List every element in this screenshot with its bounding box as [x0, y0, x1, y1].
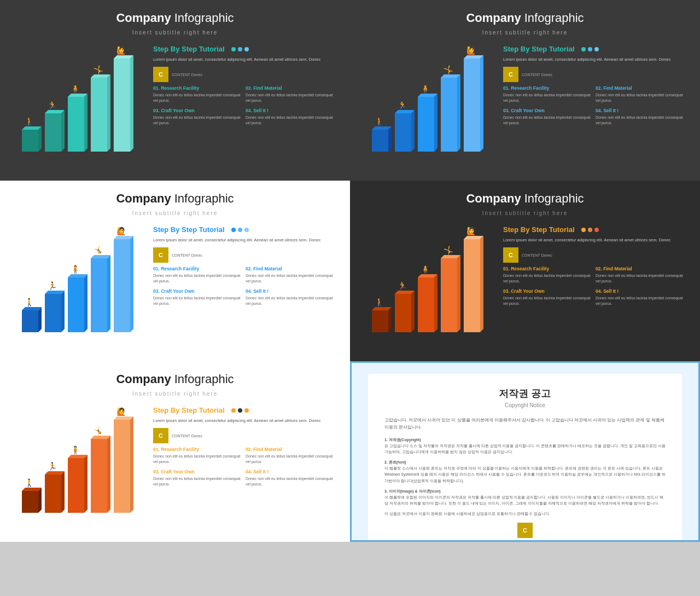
svg-text:🤸: 🤸	[444, 65, 453, 74]
copyright-section-3: 2. 폰트(font) 이 템플릿 소스에서 사용된 폰트는 저작권 규정에 따…	[384, 459, 666, 484]
slide-5: Company Infographic Insert subtitle righ…	[0, 361, 350, 542]
slide-3-title-light: Infographic	[171, 192, 234, 205]
slide-2-bars-svg: 🚶 🏃 🧍 🤸 🙋	[366, 42, 492, 152]
slide-5-item-2: 02. Find Material Donec non elit eu tell…	[246, 447, 334, 465]
svg-text:🙋: 🙋	[116, 407, 126, 416]
slide-5-item-3: 03. Craft Your Own Donec non elit eu tel…	[153, 469, 241, 487]
svg-text:🤸: 🤸	[444, 246, 453, 255]
slide-3-item-1-title: 01. Research Facility	[153, 266, 241, 271]
slide-2-title-light: Infographic	[521, 11, 584, 25]
slide-1-logo-row: C CONTENT Donec	[153, 67, 334, 82]
copyright-section-2-body: 은 고맙습니다 소스 및 저작물의 저작권은 저작물 출시에 따른 상업적 이용…	[384, 444, 666, 454]
slide-5-body: Lorem ipsum dolor sit amet, consectetur …	[153, 418, 334, 424]
slide-5-info: Step By Step Tutorial Lorem ipsum dolor …	[153, 403, 334, 524]
slide-1-item-3-body: Donec non elit eu tellus lacinia imperdi…	[153, 115, 241, 126]
slide-1-subtitle: Insert subtitle right here	[16, 30, 334, 36]
slide-3-dots	[231, 228, 249, 232]
slide-5-title-bold: Company	[116, 372, 171, 386]
slide-4-body: Lorem ipsum dolor sit amet, consectetur …	[503, 237, 684, 243]
slide-3-title-bold: Company	[116, 192, 171, 205]
svg-text:🙋: 🙋	[116, 227, 126, 236]
svg-marker-5	[45, 110, 65, 113]
slide-2-item-4-body: Donec non elit eu tellus lacinia imperdi…	[596, 115, 684, 126]
svg-marker-30	[434, 94, 438, 152]
slide-1-item-2-body: Donec non elit eu tellus lacinia imperdi…	[246, 92, 334, 103]
copyright-section-2: 1. 저작권(Copyright) 은 고맙습니다 소스 및 저작물의 저작권은…	[384, 437, 666, 455]
slide-4-item-1: 01. Research Facility Donec non elit eu …	[503, 266, 591, 284]
slide-3-tutorial-header: Step By Step Tutorial	[153, 225, 334, 234]
main-grid: Company Infographic Insert subtitle righ…	[0, 0, 700, 596]
dot-1	[231, 47, 236, 51]
dot-2	[238, 408, 242, 413]
svg-marker-42	[38, 307, 42, 332]
slide-3-body: Lorem ipsum dolor sit amet, consectetur …	[153, 237, 334, 243]
slide-3-item-4-title: 04. Sell It !	[246, 288, 334, 294]
svg-marker-65	[395, 291, 415, 294]
svg-text:🧍: 🧍	[71, 265, 80, 274]
slide-5-logo-text: CONTENT Donec	[172, 433, 202, 438]
slide-1-item-3-title: 03. Craft Your Own	[153, 108, 241, 113]
svg-marker-45	[45, 291, 65, 294]
svg-text:🧍: 🧍	[421, 265, 430, 274]
slide-4-title: Company Infographic	[366, 192, 684, 206]
slide-2-item-1-title: 01. Research Facility	[503, 85, 591, 91]
svg-rect-24	[395, 113, 411, 152]
slide-5-item-1-title: 01. Research Facility	[153, 447, 241, 452]
slide-2-item-3-body: Donec non elit eu tellus lacinia imperdi…	[503, 115, 591, 126]
slide-2-item-1: 01. Research Facility Donec non elit eu …	[503, 85, 591, 103]
svg-marker-25	[395, 110, 415, 113]
slide-2-item-2-body: Donec non elit eu tellus lacinia imperdi…	[596, 92, 684, 103]
svg-marker-29	[418, 94, 438, 97]
slide-5-item-4-body: Donec non elit eu tellus lacinia imperdi…	[246, 476, 334, 487]
copyright-subtitle: Copyright Notice	[384, 402, 666, 408]
slide-1-item-2-title: 02. Find Material	[246, 85, 334, 91]
svg-rect-4	[45, 113, 61, 152]
svg-rect-44	[45, 294, 61, 332]
slide-6-copyright: 저작권 공고 Copyright Notice 고맙습니다. 저곳에서 사귀어 …	[350, 361, 700, 542]
slide-4-item-3: 03. Craft Your Own Donec non elit eu tel…	[503, 288, 591, 306]
slide-2-item-3: 03. Craft Your Own Donec non elit eu tel…	[503, 108, 591, 126]
slide-2-content: 🚶 🏃 🧍 🤸 🙋	[366, 42, 684, 163]
svg-rect-12	[91, 78, 107, 152]
dot-1	[231, 408, 236, 413]
slide-4-item-2-title: 02. Find Material	[596, 266, 684, 271]
svg-marker-9	[68, 94, 88, 97]
svg-marker-85	[45, 471, 65, 475]
svg-rect-92	[91, 439, 107, 513]
slide-3-item-2: 02. Find Material Donec non elit eu tell…	[246, 266, 334, 284]
slide-1-item-2: 02. Find Material Donec non elit eu tell…	[246, 85, 334, 103]
svg-marker-81	[22, 488, 42, 491]
slide-4-tutorial-title: Step By Step Tutorial	[503, 225, 575, 234]
svg-marker-70	[434, 274, 438, 332]
svg-marker-18	[130, 55, 133, 152]
slide-4-title-bold: Company	[466, 192, 521, 205]
svg-marker-57	[114, 236, 133, 239]
slide-4-subtitle: Insert subtitle right here	[366, 210, 684, 216]
slide-1-item-4: 04. Sell It ! Donec non elit eu tellus l…	[246, 108, 334, 126]
slide-4-chart: 🚶 🏃 🧍 🤸 🙋	[366, 223, 498, 343]
svg-marker-73	[441, 255, 460, 258]
svg-marker-33	[441, 74, 460, 78]
svg-text:🧍: 🧍	[71, 84, 80, 94]
svg-marker-90	[84, 455, 88, 513]
svg-rect-80	[22, 491, 38, 513]
copyright-section-4-body: 이 템플릿에 포함된 이미지와 아이콘의 저작권은 저작물 출시에 따른 상업적…	[384, 495, 663, 505]
slide-4-item-2: 02. Find Material Donec non elit eu tell…	[596, 266, 684, 284]
svg-rect-36	[464, 59, 480, 152]
dot-1	[581, 47, 586, 51]
slide-5-tutorial-header: Step By Step Tutorial	[153, 406, 334, 414]
slide-4-item-2-body: Donec non elit eu tellus lacinia imperdi…	[596, 273, 684, 284]
svg-marker-50	[84, 274, 88, 332]
slide-3-item-3: 03. Craft Your Own Donec non elit eu tel…	[153, 288, 241, 306]
slide-1-item-1-title: 01. Research Facility	[153, 85, 241, 91]
slide-4-title-light: Infographic	[521, 192, 584, 205]
svg-text:🙋: 🙋	[116, 46, 126, 55]
slide-1-tutorial-header: Step By Step Tutorial	[153, 45, 334, 53]
svg-marker-74	[457, 255, 460, 332]
dot-2	[238, 47, 242, 51]
slide-2-info: Step By Step Tutorial Lorem ipsum dolor …	[503, 42, 684, 163]
svg-marker-21	[372, 126, 392, 130]
svg-marker-1	[22, 126, 42, 130]
svg-marker-54	[107, 255, 110, 332]
slide-1-item-1-body: Donec non elit eu tellus lacinia imperdi…	[153, 92, 241, 103]
